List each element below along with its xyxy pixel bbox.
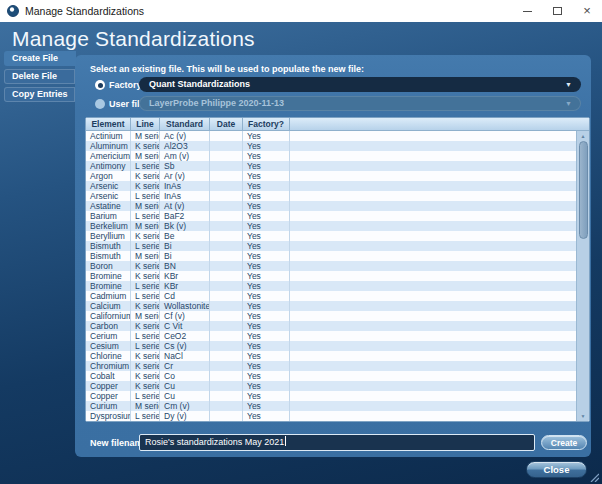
table-cell-filler	[290, 281, 589, 291]
table-row[interactable]: CadmiumL seriesCdYes	[86, 291, 589, 301]
table-row[interactable]: CobaltK seriesCoYes	[86, 371, 589, 381]
table-cell: Americium	[86, 151, 131, 161]
factory-files-dropdown[interactable]: Quant Standardizations ▼	[139, 77, 581, 92]
user-files-radio[interactable]	[95, 99, 105, 109]
column-header-date[interactable]: Date	[210, 118, 243, 130]
table-cell	[210, 131, 243, 141]
table-row[interactable]: BromineL seriesKBrYes	[86, 281, 589, 291]
create-button[interactable]: Create	[541, 435, 587, 450]
table-cell	[210, 251, 243, 261]
column-header-factory[interactable]: Factory?	[243, 118, 290, 130]
sidebar-item-copy-entries[interactable]: Copy Entries	[4, 87, 75, 102]
scroll-up-icon[interactable]: ▲	[577, 133, 589, 139]
table-cell: Antimony	[86, 161, 131, 171]
table-row[interactable]: ArgonK seriesAr (v)Yes	[86, 171, 589, 181]
table-cell: Yes	[243, 401, 290, 411]
table-cell: Californium	[86, 311, 131, 321]
maximize-button[interactable]	[542, 0, 572, 22]
table-cell: Actinium	[86, 131, 131, 141]
new-filename-input[interactable]: Rosie's standardizations May 2021	[139, 434, 535, 451]
table-row[interactable]: BromineK seriesKBrYes	[86, 271, 589, 281]
table-cell: M series	[131, 131, 160, 141]
table-row[interactable]: AstatineM seriesAt (v)Yes	[86, 201, 589, 211]
table-cell: Cs (v)	[160, 341, 210, 351]
table-row[interactable]: BoronK seriesBNYes	[86, 261, 589, 271]
table-cell: L series	[131, 161, 160, 171]
table-row[interactable]: CalciumK seriesWollastoniteYes	[86, 301, 589, 311]
table-cell: Cu	[160, 391, 210, 401]
close-window-button[interactable]: ×	[572, 0, 602, 22]
table-cell: Boron	[86, 261, 131, 271]
table-row[interactable]: BerylliumK seriesBeYes	[86, 231, 589, 241]
factory-files-radio[interactable]	[95, 80, 105, 90]
table-cell	[210, 201, 243, 211]
table-row[interactable]: BerkeliumM seriesBk (v)Yes	[86, 221, 589, 231]
table-cell: L series	[131, 211, 160, 221]
column-header-filler	[290, 118, 589, 130]
table-row[interactable]: AntimonyL seriesSbYes	[86, 161, 589, 171]
table-row[interactable]: AmericiumM seriesAm (v)Yes	[86, 151, 589, 161]
table-row[interactable]: ActiniumM seriesAc (v)Yes	[86, 131, 589, 141]
table-row[interactable]: AluminumK seriesAl2O3Yes	[86, 141, 589, 151]
vertical-scrollbar[interactable]: ▲ ▼	[576, 131, 589, 421]
table-cell-filler	[290, 161, 589, 171]
table-cell: Astatine	[86, 201, 131, 211]
table-cell: K series	[131, 141, 160, 151]
chevron-down-icon: ▼	[565, 96, 572, 111]
table-cell: Co	[160, 371, 210, 381]
table-row[interactable]: CeriumL seriesCeO2Yes	[86, 331, 589, 341]
table-cell: L series	[131, 281, 160, 291]
sidebar-item-delete-file[interactable]: Delete File	[4, 69, 75, 84]
close-button[interactable]: Close	[526, 461, 587, 478]
table-cell: M series	[131, 401, 160, 411]
table-cell: L series	[131, 291, 160, 301]
table-cell: Yes	[243, 161, 290, 171]
table-cell	[210, 141, 243, 151]
table-cell: Cobalt	[86, 371, 131, 381]
table-row[interactable]: CarbonK seriesC VitYes	[86, 321, 589, 331]
table-row[interactable]: BismuthM seriesBiYes	[86, 251, 589, 261]
table-row[interactable]: BariumL seriesBaF2Yes	[86, 211, 589, 221]
table-cell-filler	[290, 171, 589, 181]
table-row[interactable]: BismuthL seriesBiYes	[86, 241, 589, 251]
table-cell: Beryllium	[86, 231, 131, 241]
scroll-down-icon[interactable]: ▼	[577, 413, 589, 419]
table-cell: NaCl	[160, 351, 210, 361]
column-header-line[interactable]: Line	[131, 118, 160, 130]
table-cell-filler	[290, 181, 589, 191]
table-row[interactable]: DysprosiumL seriesDy (v)Yes	[86, 411, 589, 421]
minimize-button[interactable]	[512, 0, 542, 22]
table-cell: Arsenic	[86, 181, 131, 191]
window-controls: ×	[512, 0, 602, 22]
column-header-element[interactable]: Element	[86, 118, 131, 130]
table-row[interactable]: CuriumM seriesCm (v)Yes	[86, 401, 589, 411]
table-row[interactable]: CesiumL seriesCs (v)Yes	[86, 341, 589, 351]
table-cell: K series	[131, 351, 160, 361]
table-row[interactable]: ArsenicL seriesInAsYes	[86, 191, 589, 201]
table-cell: Yes	[243, 151, 290, 161]
table-cell: L series	[131, 331, 160, 341]
table-row[interactable]: CopperL seriesCuYes	[86, 391, 589, 401]
table-cell	[210, 351, 243, 361]
scrollbar-thumb[interactable]	[579, 141, 588, 239]
sidebar-item-create-file[interactable]: Create File	[4, 51, 76, 66]
table-row[interactable]: CaliforniumM seriesCf (v)Yes	[86, 311, 589, 321]
table-cell: L series	[131, 241, 160, 251]
table-cell: Yes	[243, 341, 290, 351]
table-row[interactable]: CopperK seriesCuYes	[86, 381, 589, 391]
table-cell: Yes	[243, 311, 290, 321]
app-icon	[7, 5, 19, 17]
table-row[interactable]: ChromiumK seriesCrYes	[86, 361, 589, 371]
table-cell-filler	[290, 331, 589, 341]
table-header: Element Line Standard Date Factory?	[86, 118, 589, 131]
table-cell: Yes	[243, 261, 290, 271]
table-cell	[210, 181, 243, 191]
column-header-standard[interactable]: Standard	[160, 118, 210, 130]
resize-grip-icon[interactable]	[588, 471, 599, 482]
table-cell-filler	[290, 271, 589, 281]
table-row[interactable]: ChlorineK seriesNaClYes	[86, 351, 589, 361]
table-row[interactable]: ArsenicK seriesInAsYes	[86, 181, 589, 191]
table-cell: Yes	[243, 201, 290, 211]
table-cell: Cf (v)	[160, 311, 210, 321]
titlebar[interactable]: Manage Standardizations ×	[0, 0, 602, 22]
